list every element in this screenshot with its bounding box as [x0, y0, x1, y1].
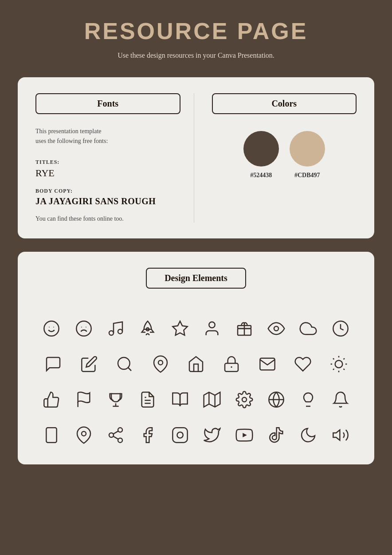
svg-point-42 — [109, 433, 114, 437]
design-elements-header: Design Elements — [35, 268, 357, 301]
svg-point-17 — [158, 360, 163, 365]
titles-label: TITLES: — [35, 159, 180, 166]
svg-line-16 — [128, 368, 131, 371]
swatch-dark: #524438 — [243, 131, 279, 179]
svg-point-35 — [242, 397, 247, 402]
megaphone-icon — [327, 422, 354, 448]
titles-font-name: RYE — [35, 167, 180, 179]
fonts-colors-card: Fonts This presentation template uses th… — [18, 77, 374, 238]
svg-line-45 — [113, 431, 118, 434]
music-icon — [102, 315, 129, 342]
moon-icon — [295, 422, 321, 448]
sad-icon — [71, 315, 97, 342]
heart-icon — [290, 351, 316, 377]
star-icon — [167, 315, 193, 342]
swatch-circle-light — [290, 131, 325, 166]
map-icon — [199, 386, 225, 413]
svg-point-20 — [335, 360, 342, 368]
gift-icon — [231, 315, 258, 342]
instagram-icon — [167, 422, 193, 448]
svg-point-6 — [109, 331, 114, 335]
svg-point-41 — [118, 428, 122, 432]
svg-point-5 — [86, 327, 86, 328]
svg-point-19 — [231, 366, 232, 368]
body-font-name: JA JAYAGIRI SANS ROUGH — [35, 196, 180, 206]
mail-icon — [254, 351, 281, 377]
svg-point-2 — [53, 327, 54, 328]
fonts-description: This presentation template uses the foll… — [35, 127, 180, 147]
body-label: BODY COPY: — [35, 188, 180, 194]
svg-line-27 — [333, 369, 334, 369]
tiktok-icon — [263, 422, 290, 448]
trophy-icon — [102, 386, 129, 413]
svg-rect-38 — [47, 428, 57, 442]
book-icon — [167, 386, 193, 413]
sun-icon — [325, 351, 352, 377]
clock-icon — [327, 315, 354, 342]
svg-point-15 — [118, 357, 130, 369]
share-icon — [102, 422, 129, 448]
globe-icon — [263, 386, 290, 413]
cloud-icon — [295, 315, 321, 342]
rocket-icon — [134, 315, 161, 342]
person-icon — [199, 315, 225, 342]
swatch-light: #CDB497 — [290, 131, 325, 179]
icons-row-2 — [35, 351, 357, 377]
document-icon — [134, 386, 161, 413]
home-icon — [183, 351, 209, 377]
colors-column: Colors #524438 #CDB497 — [194, 93, 357, 222]
lightbulb-icon — [295, 386, 321, 413]
svg-point-1 — [49, 327, 50, 328]
svg-marker-48 — [243, 433, 247, 437]
svg-point-40 — [82, 431, 86, 436]
fonts-header: Fonts — [35, 93, 180, 114]
pencil-icon — [76, 351, 102, 377]
svg-marker-9 — [172, 321, 187, 335]
colors-swatches: #524438 #CDB497 — [212, 131, 357, 179]
svg-line-23 — [333, 358, 334, 359]
lock-icon — [218, 351, 245, 377]
swatch-label-dark: #524438 — [250, 172, 272, 179]
design-elements-card: Design Elements — [18, 252, 374, 464]
svg-point-4 — [81, 327, 82, 328]
svg-point-3 — [76, 321, 91, 336]
facebook-icon — [134, 422, 161, 448]
svg-line-28 — [343, 358, 344, 359]
svg-rect-46 — [172, 428, 187, 442]
page-subtitle: Use these design resources in your Canva… — [118, 52, 274, 59]
svg-line-44 — [113, 436, 118, 439]
icons-grid — [35, 315, 357, 448]
swatch-circle-dark — [243, 131, 279, 166]
gear-icon — [231, 386, 258, 413]
fonts-column: Fonts This presentation template uses th… — [35, 93, 194, 222]
mobile-icon — [38, 422, 65, 448]
page-title: RESOURCE PAGE — [84, 18, 308, 44]
search-icon — [111, 351, 138, 377]
svg-point-43 — [118, 438, 122, 442]
thumbsup-icon — [38, 386, 65, 413]
youtube-icon — [231, 422, 258, 448]
svg-point-10 — [209, 322, 215, 328]
colors-header: Colors — [212, 93, 357, 114]
icons-row-4 — [35, 422, 357, 448]
fonts-note: You can find these fonts online too. — [35, 215, 180, 222]
eye-icon — [263, 315, 290, 342]
smiley-icon — [38, 315, 65, 342]
svg-marker-32 — [204, 392, 220, 407]
icons-row-1 — [35, 315, 357, 342]
icons-row-3 — [35, 386, 357, 413]
svg-point-7 — [118, 329, 122, 333]
swatch-label-light: #CDB497 — [294, 172, 320, 179]
bell-icon — [327, 386, 354, 413]
pin-icon — [147, 351, 174, 377]
twitter-icon — [199, 422, 225, 448]
svg-point-13 — [274, 326, 278, 331]
svg-point-0 — [44, 321, 59, 336]
design-elements-title: Design Elements — [146, 268, 246, 289]
location-icon — [71, 422, 97, 448]
chat-icon — [40, 351, 67, 377]
svg-line-24 — [343, 369, 344, 369]
flag-icon — [71, 386, 97, 413]
